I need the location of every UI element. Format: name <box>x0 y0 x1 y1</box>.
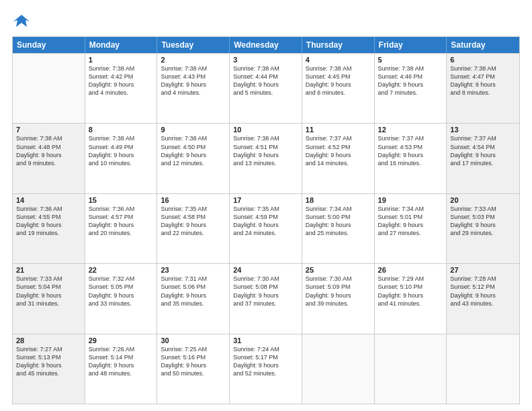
day-info: Sunrise: 7:33 AM Sunset: 5:04 PM Dayligh… <box>16 275 81 308</box>
week-row-4: 28Sunrise: 7:27 AM Sunset: 5:13 PM Dayli… <box>13 334 519 404</box>
cal-cell: 28Sunrise: 7:27 AM Sunset: 5:13 PM Dayli… <box>13 334 85 404</box>
cal-cell: 19Sunrise: 7:34 AM Sunset: 5:01 PM Dayli… <box>375 194 447 263</box>
cal-cell: 14Sunrise: 7:36 AM Sunset: 4:55 PM Dayli… <box>13 194 85 263</box>
day-number: 4 <box>306 56 371 64</box>
cal-cell: 6Sunrise: 7:38 AM Sunset: 4:47 PM Daylig… <box>447 54 519 123</box>
logo <box>12 12 34 31</box>
cal-cell: 16Sunrise: 7:35 AM Sunset: 4:58 PM Dayli… <box>157 194 230 263</box>
cal-cell: 15Sunrise: 7:36 AM Sunset: 4:57 PM Dayli… <box>85 194 158 263</box>
day-info: Sunrise: 7:29 AM Sunset: 5:10 PM Dayligh… <box>378 275 443 308</box>
cal-cell <box>13 54 85 123</box>
day-info: Sunrise: 7:25 AM Sunset: 5:16 PM Dayligh… <box>161 345 226 378</box>
day-number: 24 <box>233 266 298 274</box>
day-number: 26 <box>378 266 443 274</box>
day-info: Sunrise: 7:38 AM Sunset: 4:43 PM Dayligh… <box>161 64 226 97</box>
cal-cell: 11Sunrise: 7:37 AM Sunset: 4:52 PM Dayli… <box>302 124 375 193</box>
calendar-body: 1Sunrise: 7:38 AM Sunset: 4:42 PM Daylig… <box>13 53 519 404</box>
day-number: 29 <box>89 336 154 345</box>
cal-cell: 1Sunrise: 7:38 AM Sunset: 4:42 PM Daylig… <box>85 54 158 123</box>
cal-cell: 8Sunrise: 7:38 AM Sunset: 4:49 PM Daylig… <box>85 124 158 193</box>
day-info: Sunrise: 7:36 AM Sunset: 4:55 PM Dayligh… <box>16 205 81 238</box>
day-number: 2 <box>161 56 226 64</box>
day-info: Sunrise: 7:30 AM Sunset: 5:08 PM Dayligh… <box>233 275 298 308</box>
day-info: Sunrise: 7:38 AM Sunset: 4:50 PM Dayligh… <box>161 134 226 167</box>
header-day: Friday <box>375 37 447 53</box>
header-day: Tuesday <box>157 37 230 53</box>
cal-cell: 31Sunrise: 7:24 AM Sunset: 5:17 PM Dayli… <box>230 334 302 404</box>
day-info: Sunrise: 7:38 AM Sunset: 4:42 PM Dayligh… <box>89 64 154 97</box>
day-info: Sunrise: 7:37 AM Sunset: 4:52 PM Dayligh… <box>306 134 371 167</box>
cal-cell: 22Sunrise: 7:32 AM Sunset: 5:05 PM Dayli… <box>85 264 158 333</box>
day-info: Sunrise: 7:32 AM Sunset: 5:05 PM Dayligh… <box>89 275 154 308</box>
day-number: 16 <box>161 196 226 204</box>
cal-cell: 24Sunrise: 7:30 AM Sunset: 5:08 PM Dayli… <box>230 264 302 333</box>
header-day: Monday <box>85 37 158 53</box>
header-day: Thursday <box>302 37 375 53</box>
day-number: 10 <box>233 126 298 134</box>
day-number: 25 <box>306 266 371 274</box>
day-number: 11 <box>306 126 371 134</box>
day-number: 30 <box>161 336 226 345</box>
header-day: Wednesday <box>230 37 302 53</box>
cal-cell: 26Sunrise: 7:29 AM Sunset: 5:10 PM Dayli… <box>375 264 447 333</box>
cal-cell <box>302 334 375 404</box>
day-number: 6 <box>450 56 516 64</box>
week-row-2: 14Sunrise: 7:36 AM Sunset: 4:55 PM Dayli… <box>13 193 519 263</box>
week-row-1: 7Sunrise: 7:38 AM Sunset: 4:48 PM Daylig… <box>13 123 519 193</box>
cal-cell: 4Sunrise: 7:38 AM Sunset: 4:45 PM Daylig… <box>302 54 375 123</box>
calendar: SundayMondayTuesdayWednesdayThursdayFrid… <box>12 36 520 404</box>
day-info: Sunrise: 7:34 AM Sunset: 5:01 PM Dayligh… <box>378 205 443 238</box>
cal-cell: 5Sunrise: 7:38 AM Sunset: 4:46 PM Daylig… <box>375 54 447 123</box>
cal-cell: 27Sunrise: 7:28 AM Sunset: 5:12 PM Dayli… <box>447 264 519 333</box>
cal-cell: 18Sunrise: 7:34 AM Sunset: 5:00 PM Dayli… <box>302 194 375 263</box>
day-info: Sunrise: 7:27 AM Sunset: 5:13 PM Dayligh… <box>16 345 81 378</box>
logo-icon <box>12 12 31 31</box>
day-number: 31 <box>233 336 298 345</box>
day-number: 27 <box>450 266 516 274</box>
day-number: 28 <box>16 336 81 345</box>
day-info: Sunrise: 7:34 AM Sunset: 5:00 PM Dayligh… <box>306 205 371 238</box>
calendar-header: SundayMondayTuesdayWednesdayThursdayFrid… <box>13 37 519 53</box>
cal-cell: 12Sunrise: 7:37 AM Sunset: 4:53 PM Dayli… <box>375 124 447 193</box>
day-number: 18 <box>306 196 371 204</box>
day-info: Sunrise: 7:38 AM Sunset: 4:48 PM Dayligh… <box>16 134 81 167</box>
cal-cell: 17Sunrise: 7:35 AM Sunset: 4:59 PM Dayli… <box>230 194 302 263</box>
cal-cell: 29Sunrise: 7:26 AM Sunset: 5:14 PM Dayli… <box>85 334 158 404</box>
cal-cell: 10Sunrise: 7:38 AM Sunset: 4:51 PM Dayli… <box>230 124 302 193</box>
day-number: 15 <box>89 196 154 204</box>
cal-cell: 2Sunrise: 7:38 AM Sunset: 4:43 PM Daylig… <box>157 54 230 123</box>
day-number: 9 <box>161 126 226 134</box>
day-info: Sunrise: 7:38 AM Sunset: 4:44 PM Dayligh… <box>233 64 298 97</box>
cal-cell <box>447 334 519 404</box>
cal-cell: 21Sunrise: 7:33 AM Sunset: 5:04 PM Dayli… <box>13 264 85 333</box>
day-number: 20 <box>450 196 516 204</box>
day-number: 3 <box>233 56 298 64</box>
day-info: Sunrise: 7:38 AM Sunset: 4:47 PM Dayligh… <box>450 64 516 97</box>
week-row-0: 1Sunrise: 7:38 AM Sunset: 4:42 PM Daylig… <box>13 53 519 123</box>
cal-cell: 20Sunrise: 7:33 AM Sunset: 5:03 PM Dayli… <box>447 194 519 263</box>
header-day: Sunday <box>13 37 85 53</box>
header-day: Saturday <box>447 37 519 53</box>
cal-cell <box>375 334 447 404</box>
day-info: Sunrise: 7:38 AM Sunset: 4:46 PM Dayligh… <box>378 64 443 97</box>
day-info: Sunrise: 7:35 AM Sunset: 4:59 PM Dayligh… <box>233 205 298 238</box>
day-info: Sunrise: 7:38 AM Sunset: 4:51 PM Dayligh… <box>233 134 298 167</box>
page: SundayMondayTuesdayWednesdayThursdayFrid… <box>0 0 532 411</box>
cal-cell: 9Sunrise: 7:38 AM Sunset: 4:50 PM Daylig… <box>157 124 230 193</box>
day-info: Sunrise: 7:38 AM Sunset: 4:49 PM Dayligh… <box>89 134 154 167</box>
day-number: 5 <box>378 56 443 64</box>
cal-cell: 7Sunrise: 7:38 AM Sunset: 4:48 PM Daylig… <box>13 124 85 193</box>
day-number: 1 <box>89 56 154 64</box>
day-info: Sunrise: 7:36 AM Sunset: 4:57 PM Dayligh… <box>89 205 154 238</box>
day-number: 7 <box>16 126 81 134</box>
cal-cell: 3Sunrise: 7:38 AM Sunset: 4:44 PM Daylig… <box>230 54 302 123</box>
day-number: 13 <box>450 126 516 134</box>
day-info: Sunrise: 7:37 AM Sunset: 4:53 PM Dayligh… <box>378 134 443 167</box>
day-info: Sunrise: 7:33 AM Sunset: 5:03 PM Dayligh… <box>450 205 516 238</box>
day-number: 19 <box>378 196 443 204</box>
header <box>12 12 520 31</box>
cal-cell: 23Sunrise: 7:31 AM Sunset: 5:06 PM Dayli… <box>157 264 230 333</box>
svg-marker-0 <box>13 15 30 27</box>
day-info: Sunrise: 7:37 AM Sunset: 4:54 PM Dayligh… <box>450 134 516 167</box>
day-number: 21 <box>16 266 81 274</box>
